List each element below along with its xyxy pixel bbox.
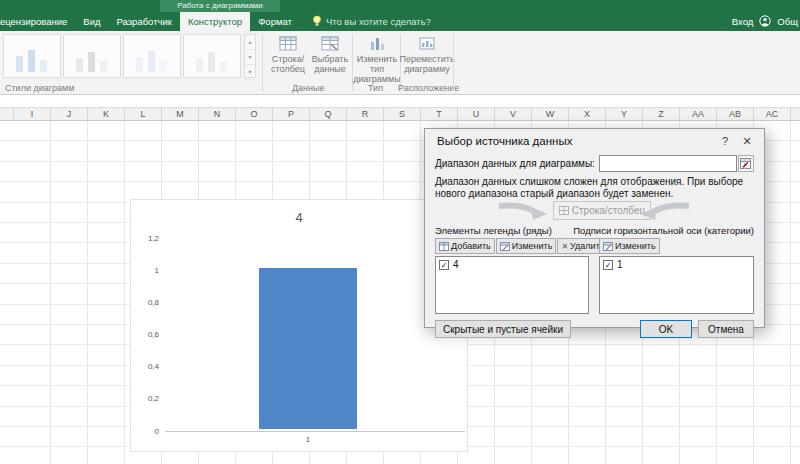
help-icon[interactable]: ? [714, 135, 736, 147]
hidden-empty-cells-button[interactable]: Скрытые и пустые ячейки [435, 320, 571, 338]
tab-format[interactable]: Формат [250, 12, 300, 31]
chart-category-label: 1 [259, 435, 357, 444]
checkbox-checked[interactable]: ✓ [439, 260, 449, 270]
ribbon-tab-row: Рецензирование Вид Разработчик Конструкт… [0, 12, 800, 31]
tab-developer[interactable]: Разработчик [109, 12, 180, 31]
share-button[interactable]: Общ [777, 16, 798, 27]
dialog-titlebar[interactable]: Выбор источника данных ? ✕ [425, 129, 764, 151]
y-tick: 1 [131, 266, 159, 275]
chart-style-thumbnail[interactable] [3, 34, 61, 78]
checkbox-checked[interactable]: ✓ [603, 260, 613, 270]
column-header[interactable]: AA [680, 108, 717, 120]
column-header[interactable]: M [162, 108, 199, 120]
column-header[interactable]: X [569, 108, 606, 120]
lightbulb-icon [312, 15, 322, 29]
list-item[interactable]: ✓ 4 [436, 257, 588, 272]
column-header[interactable]: U [458, 108, 495, 120]
column-header[interactable]: S [384, 108, 421, 120]
y-tick: 0 [131, 427, 159, 436]
column-header[interactable]: K [88, 108, 125, 120]
mini-table-icon [559, 206, 569, 215]
chart-type-icon [369, 35, 385, 51]
tab-review[interactable]: Рецензирование [0, 12, 75, 31]
legend-section-label: Элементы легенды (ряды) [435, 225, 573, 236]
button-label: Изменить [615, 241, 656, 251]
category-name: 1 [617, 259, 623, 270]
range-picker-icon [740, 158, 751, 169]
column-header[interactable]: I [14, 108, 51, 120]
axis-labels-list[interactable]: ✓ 1 [599, 256, 754, 314]
y-tick: 1,2 [131, 234, 159, 243]
tab-view[interactable]: Вид [75, 12, 108, 31]
column-header[interactable]: V [495, 108, 532, 120]
excel-window: Работа с диаграммами Рецензирование Вид … [0, 0, 800, 464]
tab-design[interactable]: Конструктор [180, 12, 250, 31]
chart-style-thumbnail[interactable] [123, 34, 181, 78]
y-tick: 0,2 [131, 394, 159, 403]
column-header-stub [0, 108, 14, 120]
button-label: Переместить [399, 54, 454, 64]
edit-series-button[interactable]: Изменить [496, 238, 557, 254]
move-chart-button[interactable]: Переместить диаграмму [403, 35, 451, 74]
embedded-chart[interactable]: 4 1,2 1 0,8 0,6 0,4 0,2 0 1 [130, 199, 468, 452]
column-header[interactable]: O [236, 108, 273, 120]
change-chart-type-button[interactable]: Изменить тип диаграммы [355, 35, 399, 84]
gallery-up-icon[interactable]: ▴ [245, 35, 255, 50]
group-separator [262, 34, 263, 91]
range-warning-text: Диапазон данных слишком сложен для отобр… [435, 176, 754, 199]
column-header[interactable]: J [51, 108, 88, 120]
column-header[interactable]: W [532, 108, 569, 120]
column-header[interactable]: Y [606, 108, 643, 120]
dialog-title: Выбор источника данных [437, 135, 714, 147]
contextual-tab-header: Работа с диаграммами [160, 0, 280, 12]
column-header[interactable]: Z [643, 108, 680, 120]
edit-icon [500, 242, 510, 251]
select-data-button[interactable]: Выбрать данные [310, 35, 350, 74]
y-tick: 0,6 [131, 330, 159, 339]
y-tick: 0,8 [131, 298, 159, 307]
button-label: Изменить [512, 241, 553, 251]
swap-arrow-left-icon [497, 201, 549, 225]
cancel-button[interactable]: Отмена [698, 320, 754, 338]
group-label-chart-styles: Стили диаграмм [5, 83, 74, 93]
column-header[interactable]: N [199, 108, 236, 120]
chart-data-range-input[interactable] [599, 155, 737, 172]
group-label-type: Тип [368, 83, 383, 93]
chart-style-thumbnail[interactable] [183, 34, 241, 78]
gallery-scroll: ▴ ▾ ▾ [244, 34, 256, 78]
gallery-more-icon[interactable]: ▾ [245, 65, 255, 80]
add-series-button[interactable]: Добавить [435, 238, 495, 254]
list-item[interactable]: ✓ 1 [600, 257, 753, 272]
y-tick: 0,4 [131, 362, 159, 371]
group-separator [453, 34, 454, 91]
column-header[interactable]: R [347, 108, 384, 120]
range-picker-button[interactable] [738, 155, 754, 172]
table-select-icon [321, 35, 339, 51]
chart-style-thumbnail[interactable] [63, 34, 121, 78]
close-icon[interactable]: ✕ [736, 135, 758, 148]
gallery-down-icon[interactable]: ▾ [245, 50, 255, 65]
legend-series-list[interactable]: ✓ 4 [435, 256, 589, 314]
column-header[interactable]: AC [754, 108, 791, 120]
column-header[interactable]: P [273, 108, 310, 120]
table-swap-icon [279, 35, 297, 51]
switch-row-column-dialog-button: Строка/столбец [553, 201, 651, 220]
button-label: диаграмму [404, 64, 450, 74]
ok-button[interactable]: OK [640, 320, 692, 338]
column-header[interactable]: AB [717, 108, 754, 120]
chart-bar[interactable] [259, 268, 357, 429]
button-label: Изменить тип [355, 54, 399, 74]
tell-me-box[interactable]: Что вы хотите сделать? [312, 12, 431, 31]
group-label-data: Данные [292, 83, 325, 93]
column-header[interactable]: L [125, 108, 162, 120]
button-label: Выбрать [312, 54, 348, 64]
button-label: данные [314, 64, 346, 74]
sign-in-button[interactable]: Вход [732, 16, 754, 27]
switch-row-column-button[interactable]: Строка/ столбец [268, 35, 308, 74]
swap-arrow-right-icon [639, 201, 691, 225]
axis-section-label: Подписи горизонтальной оси (категории) [573, 225, 754, 236]
column-header[interactable]: Q [310, 108, 347, 120]
edit-axis-labels-button[interactable]: Изменить [599, 238, 660, 254]
avatar-icon [759, 15, 771, 29]
column-header[interactable]: T [421, 108, 458, 120]
